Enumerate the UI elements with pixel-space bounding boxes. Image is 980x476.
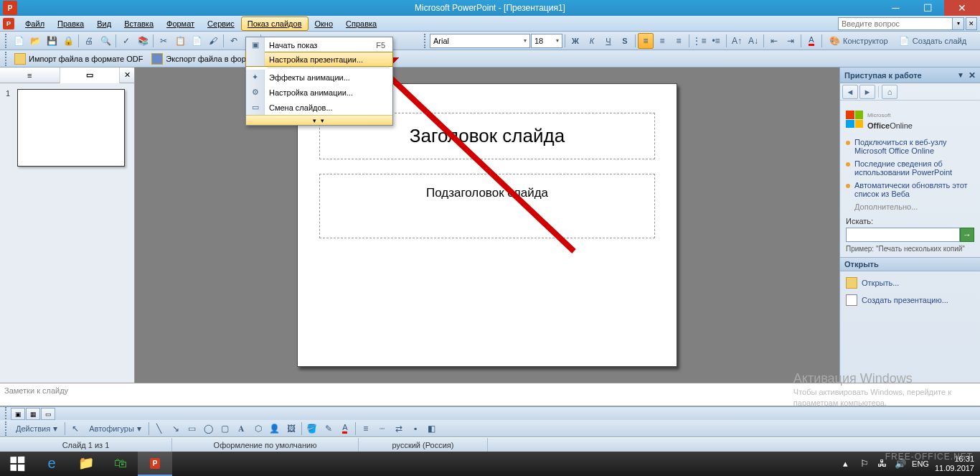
slide-thumb-row[interactable]: 1 bbox=[6, 89, 128, 167]
increase-indent-button[interactable]: ⇥ bbox=[783, 33, 798, 49]
spell-button[interactable]: ✓ bbox=[118, 33, 134, 49]
taskpane-close-button[interactable]: ✕ bbox=[969, 70, 976, 80]
print-button[interactable]: 🖨 bbox=[81, 33, 97, 49]
picture-tool[interactable]: 🖼 bbox=[283, 421, 299, 437]
menu-slideshow[interactable]: Показ слайдов bbox=[241, 17, 308, 31]
menu-format[interactable]: Формат bbox=[160, 17, 201, 31]
menu-view[interactable]: Вид bbox=[90, 17, 118, 31]
underline-button[interactable]: Ч bbox=[600, 33, 616, 49]
link-connect-online[interactable]: Подключиться к веб-узлу Microsoft Office… bbox=[846, 138, 974, 155]
status-language[interactable]: русский (Россия) bbox=[359, 438, 488, 452]
create-action[interactable]: Создать презентацию... bbox=[846, 291, 974, 309]
link-auto-update[interactable]: Автоматически обновлять этот список из В… bbox=[846, 181, 974, 198]
notes-pane[interactable]: Заметки к слайду bbox=[0, 383, 980, 406]
taskbar-explorer[interactable]: 📁 bbox=[69, 452, 103, 476]
link-more[interactable]: Дополнительно... bbox=[854, 202, 974, 211]
draw-actions-button[interactable]: Действия ▾ bbox=[11, 421, 62, 437]
new-slide-button[interactable]: 📄Создать слайд bbox=[894, 33, 971, 49]
copy-button[interactable]: 📋 bbox=[172, 33, 188, 49]
taskpane-menu-button[interactable]: ▼ bbox=[957, 71, 964, 79]
tray-flag-icon[interactable]: ⚐ bbox=[860, 458, 872, 470]
nav-back-button[interactable]: ◄ bbox=[842, 85, 858, 99]
italic-button[interactable]: К bbox=[584, 33, 600, 49]
open-action[interactable]: Открыть... bbox=[846, 274, 974, 291]
menu-edit[interactable]: Правка bbox=[51, 17, 90, 31]
search-go-button[interactable]: → bbox=[960, 228, 974, 242]
nav-home-button[interactable]: ⌂ bbox=[882, 85, 897, 99]
dash-style-button[interactable]: ┈ bbox=[374, 421, 390, 437]
link-latest-info[interactable]: Последние сведения об использовании Powe… bbox=[846, 159, 974, 177]
align-center-button[interactable]: ≡ bbox=[654, 33, 670, 49]
align-right-button[interactable]: ≡ bbox=[671, 33, 687, 49]
bold-button[interactable]: Ж bbox=[567, 33, 583, 49]
minimize-button[interactable]: ─ bbox=[880, 0, 912, 16]
menu-setup-show[interactable]: Настройка презентации... bbox=[245, 52, 393, 67]
increase-font-button[interactable]: A↑ bbox=[729, 33, 745, 49]
fill-color-button[interactable]: 🪣 bbox=[304, 421, 320, 437]
toolbar-handle-2[interactable] bbox=[424, 34, 427, 48]
normal-view-button[interactable]: ▣ bbox=[11, 408, 25, 420]
decrease-font-button[interactable]: A↓ bbox=[745, 33, 761, 49]
autoshapes-button[interactable]: Автофигуры ▾ bbox=[84, 421, 146, 437]
subtitle-placeholder[interactable]: Подзаголовок слайда bbox=[319, 174, 655, 238]
3d-style-button[interactable]: ◧ bbox=[424, 421, 440, 437]
undo-button[interactable]: ↶ bbox=[226, 33, 242, 49]
toolbar-handle[interactable] bbox=[5, 34, 8, 48]
document-icon[interactable]: P bbox=[3, 18, 14, 29]
menu-help[interactable]: Справка bbox=[339, 17, 383, 31]
odf-import-button[interactable]: Импорт файла в формате ODF bbox=[10, 52, 147, 66]
menu-window[interactable]: Окно bbox=[308, 17, 340, 31]
view-handle[interactable] bbox=[5, 407, 8, 421]
nav-forward-button[interactable]: ► bbox=[859, 85, 875, 99]
slide-canvas[interactable]: Заголовок слайда Подзаголовок слайда bbox=[297, 83, 677, 367]
slides-tab[interactable]: ▭ bbox=[60, 67, 121, 83]
save-button[interactable]: 💾 bbox=[44, 33, 60, 49]
close-button[interactable]: ✕ bbox=[944, 0, 980, 16]
menu-start-show[interactable]: ▣ Начать показ F5 bbox=[246, 37, 392, 52]
menu-custom-animation[interactable]: ⚙ Настройка анимации... bbox=[246, 85, 392, 100]
taskbar-powerpoint[interactable]: P bbox=[138, 452, 172, 476]
select-tool[interactable]: ↖ bbox=[67, 421, 83, 437]
open-button[interactable]: 📂 bbox=[27, 33, 43, 49]
search-input[interactable] bbox=[846, 228, 960, 242]
menu-tools[interactable]: Сервис bbox=[201, 17, 241, 31]
cut-button[interactable]: ✂ bbox=[156, 33, 171, 49]
panel-close-button[interactable]: ✕ bbox=[120, 70, 134, 80]
font-size-select[interactable]: 18▾ bbox=[531, 34, 562, 48]
preview-button[interactable]: 🔍 bbox=[98, 33, 113, 49]
decrease-indent-button[interactable]: ⇤ bbox=[766, 33, 782, 49]
help-input[interactable] bbox=[838, 17, 953, 30]
outline-tab[interactable]: ≡ bbox=[0, 67, 60, 83]
research-button[interactable]: 📚 bbox=[135, 33, 151, 49]
align-left-button[interactable]: ≡ bbox=[638, 33, 654, 49]
designer-button[interactable]: 🎨Конструктор bbox=[824, 33, 893, 49]
slideshow-view-button[interactable]: ▭ bbox=[41, 408, 55, 420]
font-name-select[interactable]: Arial▾ bbox=[430, 34, 530, 48]
shadow-style-button[interactable]: ▪ bbox=[407, 421, 423, 437]
line-style-button[interactable]: ≡ bbox=[358, 421, 374, 437]
new-button[interactable]: 📄 bbox=[11, 33, 27, 49]
bullets-button[interactable]: •≡ bbox=[708, 33, 724, 49]
editor-canvas[interactable]: Заголовок слайда Подзаголовок слайда bbox=[135, 67, 839, 383]
format-painter-button[interactable]: 🖌 bbox=[205, 33, 221, 49]
menu-slide-transition[interactable]: ▭ Смена слайдов... bbox=[246, 100, 392, 115]
line-tool[interactable]: ╲ bbox=[151, 421, 167, 437]
draw-handle[interactable] bbox=[5, 421, 8, 436]
odf-handle[interactable] bbox=[5, 52, 8, 66]
line-color-button[interactable]: ✎ bbox=[321, 421, 336, 437]
slide-thumbnail[interactable] bbox=[17, 89, 125, 167]
permission-button[interactable]: 🔒 bbox=[60, 33, 76, 49]
start-button[interactable] bbox=[0, 452, 34, 476]
numbering-button[interactable]: ⋮≡ bbox=[692, 33, 707, 49]
menu-insert[interactable]: Вставка bbox=[118, 17, 160, 31]
font-color-button[interactable]: A bbox=[804, 33, 819, 49]
menu-file[interactable]: Файл bbox=[19, 17, 51, 31]
oval-tool[interactable]: ◯ bbox=[201, 421, 217, 437]
sorter-view-button[interactable]: ▦ bbox=[26, 408, 40, 420]
clipart-tool[interactable]: 👤 bbox=[267, 421, 283, 437]
arrow-style-button[interactable]: ⇄ bbox=[391, 421, 407, 437]
menu-animation-effects[interactable]: ✦ Эффекты анимации... bbox=[246, 70, 392, 85]
arrow-tool[interactable]: ↘ bbox=[168, 421, 184, 437]
font-color-button-2[interactable]: A bbox=[337, 421, 353, 437]
textbox-tool[interactable]: ▢ bbox=[217, 421, 233, 437]
